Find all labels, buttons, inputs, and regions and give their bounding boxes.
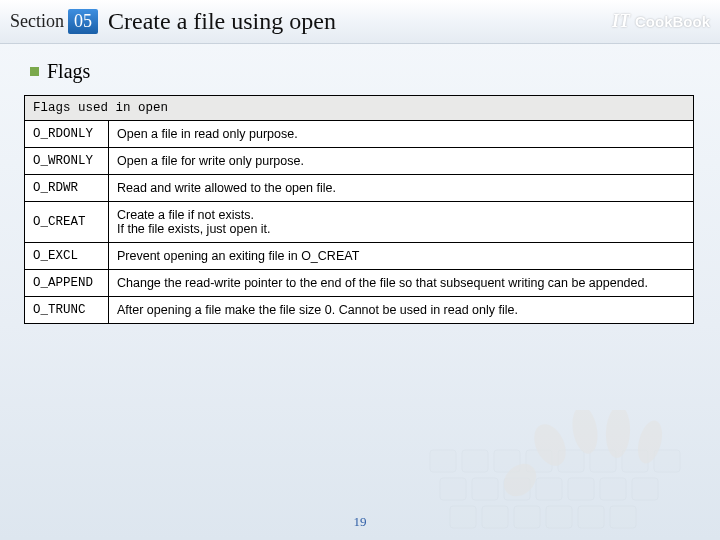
table-row: O_APPEND Change the read-write pointer t… bbox=[25, 270, 694, 297]
table-row: O_CREAT Create a file if not exists. If … bbox=[25, 202, 694, 243]
subheading-row: Flags bbox=[30, 60, 700, 83]
brand-logo: IT CookBook bbox=[612, 11, 710, 32]
flag-desc-cell: Change the read-write pointer to the end… bbox=[109, 270, 694, 297]
table-row: O_RDONLY Open a file in read only purpos… bbox=[25, 121, 694, 148]
flag-name-cell: O_RDWR bbox=[25, 175, 109, 202]
brand-it-text: IT bbox=[612, 11, 630, 32]
svg-rect-2 bbox=[494, 450, 520, 472]
table-row: O_RDWR Read and write allowed to the ope… bbox=[25, 175, 694, 202]
svg-rect-9 bbox=[472, 478, 498, 500]
brand-cookbook-text: CookBook bbox=[635, 13, 710, 30]
flag-name-cell: O_CREAT bbox=[25, 202, 109, 243]
table-body: O_RDONLY Open a file in read only purpos… bbox=[25, 121, 694, 324]
svg-rect-12 bbox=[568, 478, 594, 500]
svg-rect-5 bbox=[590, 450, 616, 472]
slide-header: Section 05 Create a file using open IT C… bbox=[0, 0, 720, 44]
table-row: O_WRONLY Open a file for write only purp… bbox=[25, 148, 694, 175]
svg-rect-13 bbox=[600, 478, 626, 500]
svg-point-22 bbox=[569, 410, 601, 456]
content-area: Flags Flags used in open O_RDONLY Open a… bbox=[0, 44, 720, 334]
svg-point-25 bbox=[497, 457, 542, 502]
flag-name-cell: O_APPEND bbox=[25, 270, 109, 297]
flags-table: Flags used in open O_RDONLY Open a file … bbox=[24, 95, 694, 324]
svg-rect-11 bbox=[536, 478, 562, 500]
flags-table-wrapper: Flags used in open O_RDONLY Open a file … bbox=[24, 95, 694, 324]
section-number: 05 bbox=[68, 9, 98, 34]
svg-rect-8 bbox=[440, 478, 466, 500]
svg-point-24 bbox=[634, 418, 667, 466]
flag-desc-cell: Prevent opening an exiting file in O_CRE… bbox=[109, 243, 694, 270]
svg-rect-0 bbox=[430, 450, 456, 472]
table-row: O_TRUNC After opening a file make the fi… bbox=[25, 297, 694, 324]
flag-name-cell: O_EXCL bbox=[25, 243, 109, 270]
svg-rect-3 bbox=[526, 450, 552, 472]
svg-rect-10 bbox=[504, 478, 530, 500]
flag-name-cell: O_WRONLY bbox=[25, 148, 109, 175]
flag-name-cell: O_RDONLY bbox=[25, 121, 109, 148]
flag-desc-cell: Create a file if not exists. If the file… bbox=[109, 202, 694, 243]
section-label: Section bbox=[10, 11, 64, 32]
svg-point-23 bbox=[605, 410, 632, 459]
table-header-row: Flags used in open bbox=[25, 96, 694, 121]
flag-desc-cell: Read and write allowed to the open file. bbox=[109, 175, 694, 202]
subheading-text: Flags bbox=[47, 60, 90, 83]
page-number: 19 bbox=[0, 514, 720, 530]
bullet-icon bbox=[30, 67, 39, 76]
svg-rect-4 bbox=[558, 450, 584, 472]
flag-desc-cell: Open a file in read only purpose. bbox=[109, 121, 694, 148]
flag-name-cell: O_TRUNC bbox=[25, 297, 109, 324]
svg-rect-7 bbox=[654, 450, 680, 472]
slide-title: Create a file using open bbox=[108, 8, 612, 35]
flag-desc-cell: Open a file for write only purpose. bbox=[109, 148, 694, 175]
svg-point-21 bbox=[528, 419, 572, 471]
svg-rect-14 bbox=[632, 478, 658, 500]
table-header-cell: Flags used in open bbox=[25, 96, 694, 121]
svg-rect-1 bbox=[462, 450, 488, 472]
table-row: O_EXCL Prevent opening an exiting file i… bbox=[25, 243, 694, 270]
flag-desc-cell: After opening a file make the file size … bbox=[109, 297, 694, 324]
svg-rect-6 bbox=[622, 450, 648, 472]
